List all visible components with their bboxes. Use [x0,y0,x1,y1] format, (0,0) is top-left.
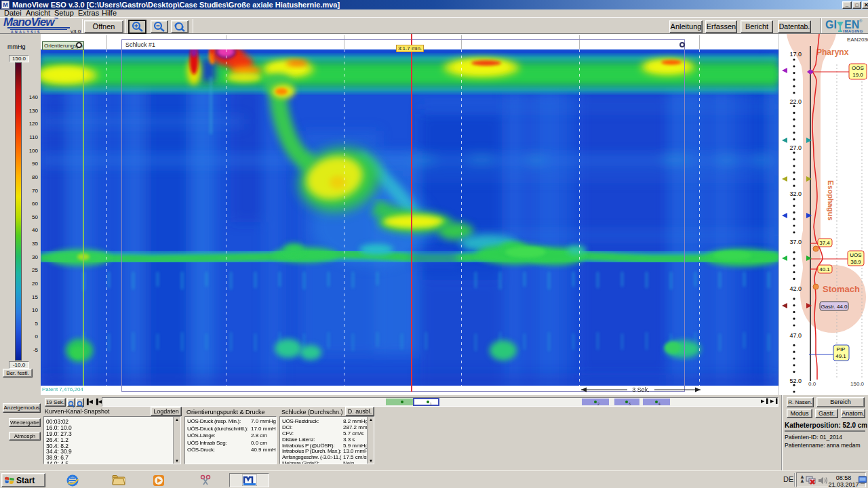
svg-text:OÖS: OÖS [852,65,864,71]
svg-text:52.0: 52.0 [789,378,802,384]
svg-text:47.0: 47.0 [789,332,802,339]
svg-text:Stomach: Stomach [823,284,860,294]
svg-text:Esophagus: Esophagus [827,180,835,220]
svg-text:42.0: 42.0 [789,285,802,292]
svg-text:150.0: 150.0 [850,381,865,387]
svg-text:UÖS: UÖS [850,252,861,258]
svg-text:Gastr. 44.0: Gastr. 44.0 [821,304,848,310]
svg-text:EAN2036: EAN2036 [847,37,868,43]
svg-text:27.0: 27.0 [789,144,802,151]
svg-text:Pharynx: Pharynx [816,47,849,57]
svg-text:19.0: 19.0 [852,72,863,78]
svg-text:17.0: 17.0 [789,51,802,58]
svg-text:32.0: 32.0 [789,190,802,197]
svg-text:0.0: 0.0 [808,381,816,387]
svg-text:37.4: 37.4 [819,240,830,246]
svg-text:49.1: 49.1 [835,353,846,359]
svg-text:3 Sek.: 3 Sek. [632,386,650,393]
svg-text:37.0: 37.0 [789,239,802,245]
svg-text:22.0: 22.0 [789,98,802,105]
svg-text:38.9: 38.9 [850,259,861,265]
svg-text:40.1: 40.1 [819,266,830,272]
svg-text:PIP: PIP [837,346,846,352]
